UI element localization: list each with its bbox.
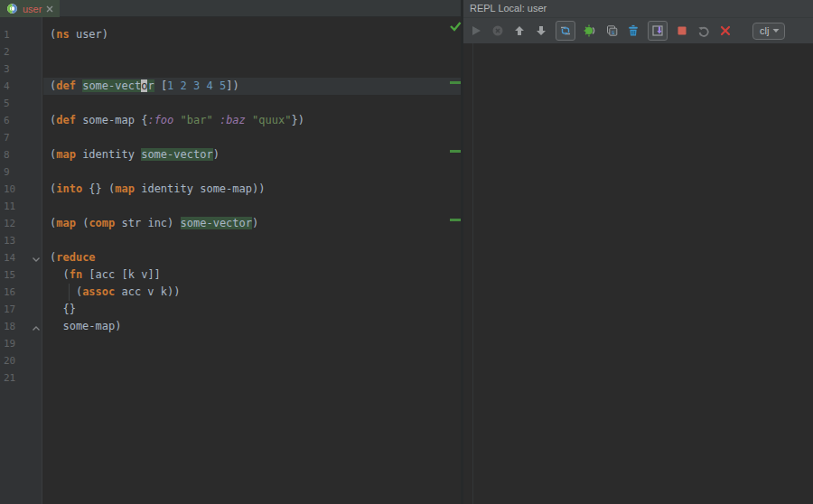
- code-line[interactable]: (def some-map {:foo "bar" :baz "quux"}): [43, 112, 449, 129]
- line-number: 5: [0, 95, 42, 112]
- code-line[interactable]: (assoc acc v k)): [43, 284, 449, 301]
- code-line[interactable]: [43, 163, 449, 181]
- code-line[interactable]: (map (comp str inc) some-vector): [43, 215, 449, 232]
- code-line[interactable]: [43, 61, 449, 78]
- code-line[interactable]: [43, 369, 449, 387]
- code-line[interactable]: [43, 352, 449, 369]
- editor-body: 123456789101112131415161718192021 (ns us…: [0, 17, 462, 504]
- code-line[interactable]: [43, 129, 449, 146]
- repl-content-gutter-line: [472, 43, 473, 504]
- line-number: 1: [0, 26, 42, 43]
- execute-icon[interactable]: [469, 23, 483, 38]
- chevron-down-icon: [772, 28, 780, 33]
- repl-pane: REPL Local: user: [463, 0, 813, 504]
- ide-window: user 123456789101112131415161718192021 (…: [0, 0, 813, 504]
- show-repl-editor-toggle[interactable]: [556, 21, 575, 41]
- change-mark: [450, 81, 461, 84]
- indent-guide: [69, 284, 70, 301]
- code-line[interactable]: (reduce: [43, 249, 449, 266]
- editor-pane: user 123456789101112131415161718192021 (…: [0, 0, 462, 504]
- line-number: 17: [0, 301, 42, 318]
- line-number: 15: [0, 266, 42, 284]
- repl-header-title: REPL Local: user: [463, 0, 813, 17]
- error-stripe[interactable]: [449, 17, 462, 504]
- code-line[interactable]: (map identity some-vector): [43, 146, 449, 163]
- editor-gutter: 123456789101112131415161718192021: [0, 17, 42, 504]
- tab-user[interactable]: user: [0, 0, 60, 17]
- reconnect-icon[interactable]: [696, 23, 711, 38]
- line-number: 8: [0, 146, 42, 163]
- code-line[interactable]: (fn [acc [k v]]: [43, 266, 449, 284]
- fold-end-icon[interactable]: [32, 322, 42, 330]
- copy-result-icon[interactable]: s: [604, 23, 619, 38]
- code-line[interactable]: [43, 335, 449, 352]
- line-number: 16: [0, 284, 42, 301]
- line-number: 21: [0, 369, 42, 387]
- line-number: 9: [0, 163, 42, 181]
- code-line[interactable]: (def some-vector [1 2 3 4 5]): [43, 78, 449, 95]
- line-number: 6: [0, 112, 42, 129]
- clojure-file-icon: [6, 3, 18, 14]
- fold-start-icon[interactable]: [32, 254, 42, 261]
- code-line[interactable]: {}: [43, 301, 449, 318]
- code-line[interactable]: [43, 232, 449, 249]
- clear-output-icon[interactable]: [626, 23, 640, 38]
- stop-icon[interactable]: [675, 23, 689, 38]
- code-line[interactable]: [43, 43, 449, 61]
- code-lines: (ns user)(def some-vector [1 2 3 4 5])(d…: [43, 17, 449, 504]
- code-line[interactable]: some-map): [43, 318, 449, 335]
- code-line[interactable]: [43, 95, 449, 112]
- history-next-icon[interactable]: [534, 23, 548, 38]
- line-number: 12: [0, 215, 42, 232]
- editor-tab-bar: user: [0, 0, 462, 17]
- change-mark: [450, 150, 461, 153]
- line-number: 3: [0, 61, 42, 78]
- scroll-to-end-toggle[interactable]: [648, 21, 668, 41]
- tab-label: user: [23, 4, 42, 14]
- history-previous-icon[interactable]: [512, 23, 527, 38]
- interrupt-icon[interactable]: [491, 23, 505, 38]
- code-line[interactable]: (ns user): [43, 26, 449, 43]
- inspections-ok-icon: [449, 20, 462, 33]
- refresh-namespaces-icon[interactable]: [583, 23, 597, 38]
- repl-toolbar: s: [463, 17, 813, 43]
- line-number: 4: [0, 78, 42, 95]
- line-number: 2: [0, 43, 42, 61]
- svg-text:s: s: [612, 29, 615, 36]
- tab-close-icon[interactable]: [46, 5, 53, 13]
- change-mark: [450, 219, 461, 221]
- line-number: 19: [0, 335, 42, 352]
- line-number: 13: [0, 232, 42, 249]
- line-number: 7: [0, 129, 42, 146]
- close-repl-icon[interactable]: [718, 23, 733, 38]
- line-number: 20: [0, 352, 42, 369]
- line-number: 11: [0, 198, 42, 215]
- repl-mode-select[interactable]: clj: [752, 23, 785, 40]
- line-number: 10: [0, 181, 42, 198]
- repl-mode-value: clj: [760, 25, 769, 36]
- repl-output-area[interactable]: [463, 43, 813, 504]
- code-line[interactable]: (into {} (map identity some-map)): [43, 181, 449, 198]
- code-line[interactable]: [43, 198, 449, 215]
